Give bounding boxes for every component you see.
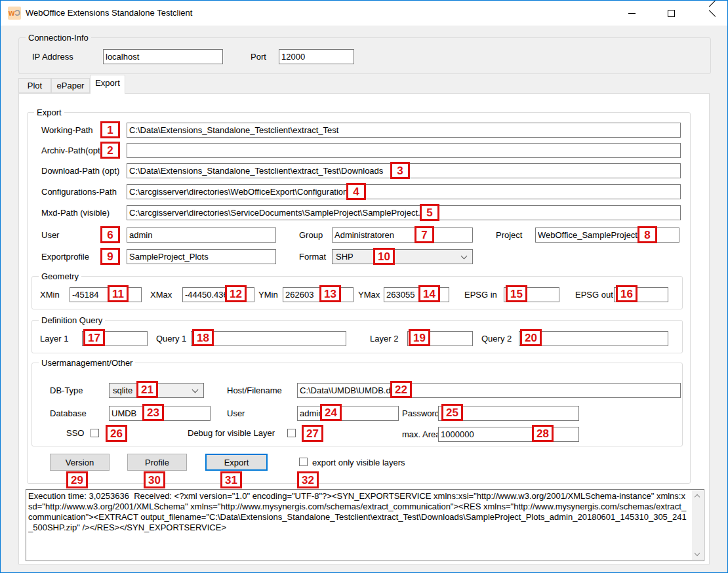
annotation-4: 4 bbox=[346, 183, 366, 200]
port-label: Port bbox=[251, 52, 266, 62]
port-input[interactable] bbox=[279, 49, 354, 64]
output-log-text: Execution time: 3,0253636 Received: <?xm… bbox=[28, 491, 689, 559]
close-button[interactable] bbox=[697, 1, 727, 26]
query1-input[interactable] bbox=[191, 331, 346, 346]
annotation-7: 7 bbox=[415, 226, 434, 243]
annotation-6: 6 bbox=[100, 226, 120, 243]
annotation-29: 29 bbox=[66, 471, 88, 488]
annotation-18: 18 bbox=[192, 329, 214, 346]
annotation-5: 5 bbox=[420, 204, 439, 221]
annotation-23: 23 bbox=[142, 404, 164, 421]
title-bar: wƆ WebOffice Extensions Standalone Testc… bbox=[1, 1, 727, 26]
annotation-15: 15 bbox=[506, 285, 527, 302]
scroll-up-icon bbox=[695, 494, 700, 500]
host-filename-input[interactable] bbox=[297, 383, 681, 398]
export-group-label: Export bbox=[34, 108, 64, 117]
chevron-down-icon bbox=[192, 387, 199, 393]
geometry-group-label: Geometry bbox=[39, 271, 81, 281]
annotation-31: 31 bbox=[220, 471, 242, 488]
annotation-13: 13 bbox=[319, 285, 341, 302]
annotation-16: 16 bbox=[616, 285, 637, 302]
output-scrollbar[interactable] bbox=[692, 490, 703, 560]
annotation-28: 28 bbox=[532, 425, 554, 442]
tab-export[interactable]: Export bbox=[90, 75, 125, 94]
db-type-value: sqlite bbox=[113, 385, 132, 395]
minimize-icon bbox=[628, 13, 636, 14]
annotation-9: 9 bbox=[100, 248, 120, 265]
max-area-input[interactable] bbox=[438, 427, 579, 442]
tab-plot[interactable]: Plot bbox=[18, 78, 51, 93]
annotation-27: 27 bbox=[302, 425, 323, 442]
xmin-input[interactable] bbox=[70, 287, 142, 302]
annotation-25: 25 bbox=[441, 404, 463, 421]
annotation-12: 12 bbox=[225, 285, 247, 302]
usermanagement-group: Usermanagement/Other bbox=[31, 363, 683, 446]
annotation-20: 20 bbox=[520, 329, 542, 346]
annotation-21: 21 bbox=[136, 381, 158, 398]
annotation-3: 3 bbox=[390, 162, 410, 179]
annotation-14: 14 bbox=[418, 285, 440, 302]
app-icon: wƆ bbox=[8, 7, 21, 20]
annotation-10: 10 bbox=[373, 248, 395, 265]
connection-info-group: Connection-Info IP Address Port bbox=[18, 37, 711, 74]
debug-visible-layer-checkbox[interactable] bbox=[287, 429, 296, 437]
ymin-input[interactable] bbox=[283, 287, 354, 302]
sso-checkbox[interactable] bbox=[91, 429, 99, 437]
annotation-11: 11 bbox=[108, 285, 129, 302]
annotation-26: 26 bbox=[106, 425, 127, 442]
maximize-button[interactable] bbox=[656, 1, 686, 26]
annotation-19: 19 bbox=[409, 329, 430, 346]
window-title: WebOffice Extensions Standalone Testclie… bbox=[26, 8, 192, 18]
app-window: wƆ WebOffice Extensions Standalone Testc… bbox=[0, 0, 728, 573]
connection-info-label: Connection-Info bbox=[26, 33, 91, 43]
annotation-1: 1 bbox=[100, 121, 120, 138]
db-user-input[interactable] bbox=[297, 406, 399, 421]
minimize-button[interactable] bbox=[617, 1, 647, 26]
annotation-2: 2 bbox=[100, 142, 120, 159]
tab-epaper[interactable]: ePaper bbox=[51, 78, 90, 93]
output-log[interactable]: Execution time: 3,0253636 Received: <?xm… bbox=[26, 489, 704, 561]
usermanagement-group-label: Usermanagement/Other bbox=[39, 358, 135, 368]
ip-address-label: IP Address bbox=[32, 52, 73, 62]
annotation-30: 30 bbox=[144, 471, 165, 488]
annotation-17: 17 bbox=[83, 329, 105, 346]
maximize-icon bbox=[668, 10, 675, 17]
definition-query-group-label: Definition Query bbox=[39, 315, 105, 325]
annotation-32: 32 bbox=[297, 471, 319, 488]
annotation-22: 22 bbox=[390, 381, 412, 398]
scroll-down-icon bbox=[695, 551, 700, 556]
annotation-24: 24 bbox=[320, 404, 342, 421]
ip-address-input[interactable] bbox=[103, 49, 223, 64]
annotation-8: 8 bbox=[637, 226, 657, 243]
